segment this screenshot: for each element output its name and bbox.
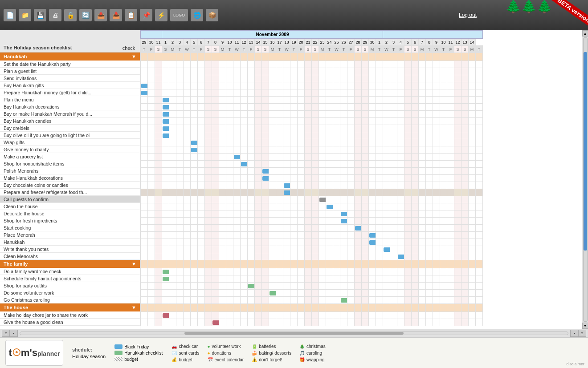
refresh-icon[interactable]: 🔄 [79,9,92,21]
gantt-cell [404,75,412,82]
task-row[interactable]: Send invitations [0,75,140,82]
task-row[interactable]: Buy olive oil if you are going to light … [0,132,140,139]
gantt-row [141,210,483,218]
gantt-cell [404,232,412,239]
group-header-house[interactable]: The house ▼ [0,303,140,311]
gantt-cell [162,75,169,82]
gantt-group-cell [198,304,205,312]
new-icon[interactable]: 📄 [4,9,16,21]
task-row[interactable]: Buy Hanukkah candles [0,117,140,125]
task-row[interactable]: Clean Menorahs [0,253,140,260]
gantt-cell [148,203,155,210]
dow-cell: T [226,46,233,53]
scroll-up-button[interactable]: ▲ [582,30,588,36]
task-row[interactable]: Shop for nonperishable items [0,160,140,167]
task-row[interactable]: Plan a guest list [0,68,140,75]
clipboard-icon[interactable]: 📋 [125,9,137,21]
task-row[interactable]: Polish Menorahs [0,167,140,174]
gantt-row [141,232,483,239]
task-row[interactable]: Set the date the Hanukkah party [0,61,140,68]
task-row[interactable]: Plan the menu [0,96,140,103]
flash-icon[interactable]: ⚡ [155,9,167,21]
task-row[interactable]: Decorate the house [0,210,140,217]
task-row[interactable]: Buy or make Hanukkah Menorah if you d... [0,110,140,117]
task-row[interactable]: Buy dreidels [0,125,140,132]
gantt-cell [162,68,169,75]
gantt-cell [219,168,226,175]
task-row[interactable]: Place Menorah [0,231,140,239]
task-row[interactable]: Give money to charity [0,146,140,153]
package-icon[interactable]: 📦 [206,9,218,21]
vertical-scrollbar[interactable]: ▲ ▼ [582,30,588,329]
task-row[interactable]: Write thank you notes [0,246,140,253]
export-icon[interactable]: 📤 [94,9,107,21]
logo-icon[interactable]: LOGO [170,9,188,21]
scroll-thumb[interactable] [584,52,587,251]
group-header-hanukkah[interactable]: Hanukkah ▼ [0,53,140,61]
day-cell: 9 [433,39,440,46]
task-row[interactable]: Buy chocolate coins or candies [0,182,140,189]
gantt-inner[interactable]: November 2009 29 30 31 1 [140,30,582,329]
gantt-cell [383,218,390,225]
group-house-toggle[interactable]: ▼ [131,305,136,310]
scroll-left-button[interactable]: ‹ [10,330,18,337]
gantt-cell [283,253,290,260]
gantt-cell [440,297,447,304]
task-row[interactable]: Buy Hanukkah decorations [0,103,140,110]
task-row[interactable]: Do a family wardrobe check [0,268,140,275]
task-row[interactable]: Prepare Hanukkah money (gelt) for child.… [0,89,140,96]
scroll-track-horizontal[interactable] [20,332,568,335]
gantt-cell [205,225,212,232]
task-row[interactable]: Prepare and freeze/ refrigerate food th.… [0,189,140,196]
gantt-cell [476,175,483,182]
save-icon[interactable]: 💾 [34,9,46,21]
group-family-toggle[interactable]: ▼ [131,261,136,267]
scroll-down-button[interactable]: ▼ [582,323,588,329]
gantt-cell [305,189,312,196]
scroll-thumb-horizontal[interactable] [184,332,404,335]
scroll-left-far-button[interactable]: « [2,330,10,337]
logout-button[interactable]: Log out [459,12,477,18]
task-row[interactable]: Go Christmas caroling [0,296,140,303]
gantt-cell [326,61,333,68]
import-icon[interactable]: 📥 [110,9,122,21]
gantt-cell [397,290,404,297]
task-row[interactable]: Schedule family haircut appointments [0,275,140,282]
group-hanukkah-toggle[interactable]: ▼ [131,54,136,59]
task-row[interactable]: Hanukkah [0,239,140,246]
task-row[interactable]: Shop for fresh ingredients [0,217,140,224]
task-row[interactable]: Give the house a good clean [0,319,140,326]
gantt-cell [426,154,433,161]
gantt-cell [276,82,283,89]
task-row[interactable]: Clean the house [0,203,140,210]
gantt-cell [305,312,312,319]
group-header-family[interactable]: The family ▼ [0,260,140,268]
task-row[interactable]: Start cooking [0,224,140,231]
gantt-group-cell [412,260,419,268]
lock-icon[interactable]: 🔒 [64,9,77,21]
gantt-cell [326,118,333,125]
task-row[interactable]: Shop for party outfits [0,282,140,289]
task-row[interactable]: Make holiday chore jar to share the work [0,311,140,319]
gantt-cell [184,218,191,225]
gantt-cell [191,175,198,182]
open-icon[interactable]: 📁 [19,9,31,21]
gantt-cell [469,210,476,218]
task-row[interactable]: Buy Hanukkah gifts [0,82,140,89]
task-name: Buy dreidels [0,125,118,131]
gantt-cell [326,154,333,161]
task-row[interactable]: Do some volunteer work [0,289,140,296]
print-icon[interactable]: 🖨 [49,9,61,21]
task-row[interactable]: Make Hanukkah decorations [0,174,140,182]
gantt-cell [248,82,255,89]
scroll-track[interactable] [583,37,588,322]
task-row[interactable]: Make a grocery list [0,153,140,160]
task-row[interactable]: Wrap gifts [0,139,140,146]
gantt-cell [205,146,212,154]
scroll-right-button[interactable]: › [570,330,578,337]
pin-icon[interactable]: 📌 [140,9,152,21]
globe-icon[interactable]: 🌐 [191,9,203,21]
task-row-highlighted[interactable]: Call guests to confirm [0,196,140,203]
disclaimer-link[interactable]: disclaimer [566,362,584,366]
scroll-right-far-button[interactable]: » [578,330,586,337]
